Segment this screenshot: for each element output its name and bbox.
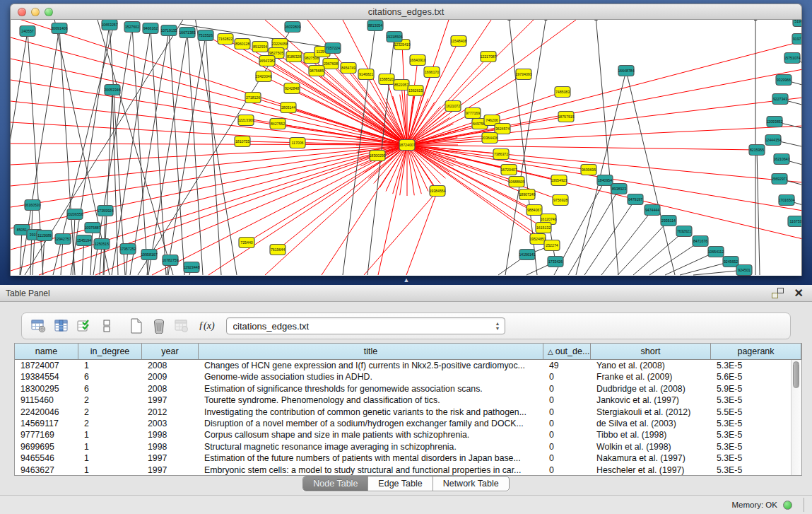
graph-node[interactable]: 8215955 (749, 145, 765, 156)
graph-node[interactable]: 26160530 (24, 200, 40, 211)
delete-table-icon[interactable] (149, 317, 169, 335)
table-cell[interactable]: 18724007 (15, 360, 78, 371)
table-cell[interactable]: 1 (78, 465, 142, 475)
graph-node[interactable]: 252274 (544, 240, 560, 251)
graph-node[interactable]: 8427552 (270, 119, 286, 129)
close-panel-icon[interactable]: ✕ (794, 288, 804, 299)
graph-node[interactable]: 1588520 (379, 74, 394, 85)
graph-node[interactable]: 17957252 (119, 244, 136, 255)
column-header-in_degree[interactable]: in_degree (78, 344, 142, 359)
table-row[interactable]: 1938455462009Genome-wide association stu… (15, 371, 791, 382)
function-builder-icon[interactable]: ƒ(x) (199, 320, 215, 332)
table-cell[interactable]: 2 (78, 418, 142, 429)
table-cell[interactable]: 2003 (142, 418, 199, 429)
column-header-out_de[interactable]: △out_de... (543, 344, 591, 359)
table-cell[interactable]: Disruption of a novel member of a sodium… (199, 418, 543, 429)
table-cell[interactable]: Estimation of significance thresholds fo… (199, 383, 543, 395)
table-cell[interactable]: Jankovic et al. (1997) (591, 395, 711, 406)
graph-node[interactable]: 30691406 (51, 23, 67, 34)
row-height-icon[interactable] (97, 317, 117, 335)
table-cell[interactable]: Tibbo et al. (1998) (591, 429, 711, 440)
table-row[interactable]: 1456911722003Disruption of a novel membe… (15, 418, 791, 429)
table-row[interactable]: 969969511998Structural magnetic resonanc… (15, 441, 791, 452)
table-cell[interactable]: 0 (543, 441, 591, 452)
graph-node[interactable]: 7619644 (270, 245, 286, 255)
graph-node[interactable]: 9227343 (772, 94, 788, 105)
table-cell[interactable]: Changes of HCN gene expression and I(f) … (199, 360, 543, 371)
table-cell[interactable]: Dudbridge et al. (2008) (591, 383, 711, 395)
table-cell[interactable]: 1 (78, 360, 142, 371)
table-cell[interactable]: 5.5E-5 (711, 407, 791, 418)
table-cell[interactable]: 1998 (142, 441, 199, 452)
graph-node[interactable]: 117006 (290, 138, 305, 148)
graph-node[interactable]: 16648784 (618, 66, 634, 76)
tab-node-table[interactable]: Node Table (303, 477, 367, 491)
graph-node[interactable]: 9474444 (645, 205, 660, 216)
table-cell[interactable]: Wolkin et al. (1998) (591, 441, 711, 452)
table-settings-icon[interactable] (29, 317, 49, 335)
graph-node[interactable]: 6479197 (628, 194, 643, 205)
table-cell[interactable]: 49 (543, 360, 591, 371)
table-cell[interactable]: 6 (78, 383, 142, 395)
graph-node[interactable]: 12942757 (54, 234, 71, 245)
graph-node[interactable]: 725440 (239, 238, 254, 248)
table-cell[interactable]: Genome-wide association studies in ADHD. (199, 371, 543, 382)
graph-node[interactable]: 15692971 (771, 174, 787, 185)
table-cell[interactable]: 0 (543, 418, 591, 429)
graph-node[interactable]: 2803144 (281, 103, 296, 113)
graph-node[interactable]: 19734093 (515, 69, 531, 80)
graph-node[interactable]: 12217087 (480, 52, 496, 62)
graph-node[interactable]: 7485083 (555, 87, 570, 98)
create-table-icon[interactable] (126, 317, 146, 335)
graph-node[interactable]: 12923448 (183, 262, 199, 273)
graph-node[interactable]: 16543382 (259, 56, 275, 66)
graph-node[interactable]: 1527602 (124, 22, 140, 33)
graph-node[interactable]: 1810755 (235, 136, 250, 147)
table-cell[interactable]: 22420046 (15, 407, 78, 418)
column-header-year[interactable]: year (142, 344, 199, 359)
graph-node[interactable]: 2935114 (661, 216, 676, 226)
graph-node[interactable]: 20053346 (104, 85, 120, 95)
table-cell[interactable]: 2012 (142, 407, 199, 418)
table-cell[interactable]: 1 (78, 441, 142, 452)
table-cell[interactable]: 0 (543, 465, 591, 475)
graph-node[interactable]: 16671385 (179, 28, 195, 38)
graph-node[interactable]: 20364436 (481, 133, 498, 144)
graph-node[interactable]: 8522057 (394, 80, 409, 90)
graph-node[interactable]: 1545194 (76, 235, 92, 246)
graph-node[interactable]: 8186328 (286, 52, 302, 62)
graph-node[interactable]: 7163822 (218, 34, 233, 45)
table-cell[interactable]: 5.3E-5 (711, 395, 791, 406)
graph-node[interactable]: 20206556 (66, 209, 83, 220)
table-cell[interactable]: 2 (78, 395, 142, 406)
graph-node[interactable]: 3624574 (495, 124, 510, 134)
graph-node[interactable]: 240557 (20, 26, 35, 37)
graph-node[interactable]: 9884067 (526, 205, 542, 216)
graph-node[interactable]: 10719135 (160, 25, 177, 36)
table-row[interactable]: 911546021997Tourette syndrome. Phenomeno… (15, 395, 791, 406)
table-cell[interactable]: 9463627 (15, 465, 78, 475)
graph-node[interactable]: 19524851 (529, 234, 546, 245)
graph-node[interactable]: 11548408 (451, 36, 467, 47)
table-cell[interactable]: 2008 (142, 383, 199, 395)
network-window-titlebar[interactable]: citations_edges.txt (10, 4, 802, 20)
table-cell[interactable]: Structural magnetic resonance image aver… (199, 441, 543, 452)
graph-node[interactable]: 9146821 (358, 69, 374, 80)
graph-node[interactable]: 16033809 (284, 22, 300, 33)
table-row[interactable]: 1872400712008Changes of HCN gene express… (15, 360, 791, 371)
table-cell[interactable]: 1997 (142, 452, 199, 464)
graph-node[interactable]: 116753 (788, 216, 802, 227)
table-cell[interactable]: Corpus callosum shape and size in male p… (199, 429, 543, 440)
table-cell[interactable]: 19384554 (15, 371, 78, 382)
graph-node[interactable]: 1115689 (37, 230, 52, 241)
table-cell[interactable]: Franke et al. (2009) (591, 371, 711, 382)
table-cell[interactable]: 0 (543, 429, 591, 440)
graph-node[interactable]: 9466162 (143, 23, 158, 34)
table-cell[interactable]: 9465546 (15, 452, 78, 464)
table-row[interactable]: 946362711997Embryonic stem cells: a mode… (15, 465, 791, 475)
graph-node[interactable]: 9699695 (581, 165, 596, 175)
table-cell[interactable]: 5.6E-5 (711, 371, 791, 382)
table-cell[interactable]: 5.3E-5 (711, 465, 791, 475)
table-cell[interactable]: 5.3E-5 (711, 452, 791, 464)
table-cell[interactable]: 1 (78, 429, 142, 440)
